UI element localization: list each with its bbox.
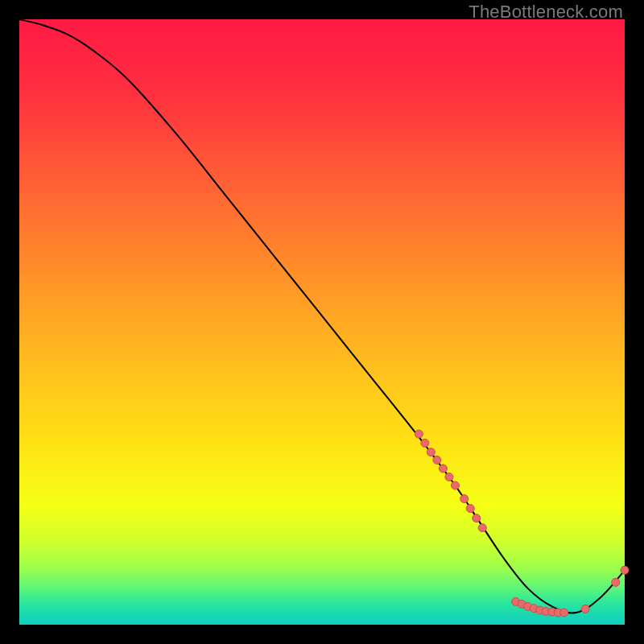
chart-overlay — [19, 19, 625, 625]
data-point — [427, 448, 435, 456]
data-point — [466, 505, 474, 513]
data-point — [439, 464, 447, 473]
data-point — [445, 473, 453, 481]
data-point — [478, 524, 486, 532]
data-point — [415, 430, 423, 438]
data-point — [581, 605, 589, 613]
data-point — [612, 578, 620, 586]
data-point — [421, 439, 429, 447]
data-point — [621, 566, 629, 574]
data-point — [451, 481, 459, 489]
data-point — [433, 456, 441, 464]
watermark-text: TheBottleneck.com — [469, 2, 623, 23]
data-point — [473, 514, 481, 522]
data-point — [460, 495, 469, 503]
bottleneck-curve — [19, 19, 625, 613]
data-markers — [415, 430, 629, 617]
data-point — [560, 609, 568, 617]
